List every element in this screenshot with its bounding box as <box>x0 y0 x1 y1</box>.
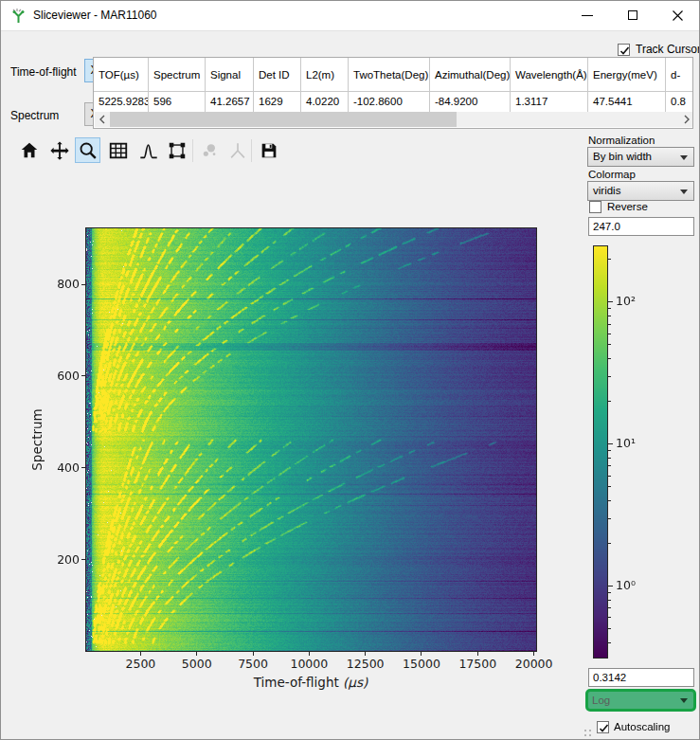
colorbar-minor-tick <box>608 401 611 402</box>
tick-mark <box>253 652 254 656</box>
y-axis-label: Spectrum <box>29 408 45 470</box>
maximize-button[interactable] <box>618 1 650 30</box>
grid-icon <box>108 140 129 161</box>
title-bar[interactable]: Sliceviewer - MAR11060 <box>1 1 699 31</box>
colorbar-minor-tick <box>608 476 611 477</box>
colorbar-minor-tick <box>608 376 611 377</box>
window-title: Sliceviewer - MAR11060 <box>33 1 157 30</box>
colorbar-minor-tick <box>608 324 611 325</box>
close-icon <box>673 10 683 21</box>
colorbar-minor-tick <box>608 316 611 316</box>
tick-label: 20000 <box>506 657 563 671</box>
x-axis-unit: (μs) <box>343 675 368 690</box>
nonorthogonal-view-icon <box>227 140 248 161</box>
home-icon <box>19 140 40 161</box>
scroll-right-arrow-icon[interactable] <box>679 112 693 127</box>
colorbar-frame <box>593 245 608 659</box>
colorbar-minor-tick <box>608 543 611 544</box>
size-grip-icon <box>589 734 591 736</box>
tick-mark <box>477 652 478 656</box>
colorbar-minor-tick <box>608 617 611 618</box>
line-profiles-button[interactable] <box>135 137 161 163</box>
table-header-cell: TOF(µs) <box>94 58 149 92</box>
normalization-combobox[interactable]: By bin width <box>587 147 694 167</box>
track-cursor-label: Track Cursor <box>636 43 700 56</box>
table-cell: 47.5441 <box>588 92 666 112</box>
tick-mark <box>140 652 141 656</box>
zoom-icon <box>78 140 99 161</box>
tick-mark <box>81 284 85 285</box>
maximize-icon <box>628 10 637 20</box>
colorbar-minor-tick <box>608 628 611 629</box>
size-grip-icon <box>584 730 586 731</box>
table-header-cell: Det ID <box>254 58 301 92</box>
table-cell: 596 <box>149 92 206 112</box>
scale-value: Log <box>592 695 610 706</box>
colormap-label: Colormap <box>588 169 636 180</box>
reverse-checkbox[interactable] <box>589 201 601 213</box>
checkmark-icon <box>619 45 631 57</box>
tick-mark <box>81 467 85 468</box>
plot-frame <box>85 227 537 652</box>
overlay-peaks-button <box>196 137 222 163</box>
tick-label: 12500 <box>337 657 394 671</box>
cursor-info-table: TOF(µs)SpectrumSignalDet IDL2(m)TwoTheta… <box>93 57 693 129</box>
tick-mark <box>196 652 197 656</box>
tick-label: 5000 <box>169 657 225 671</box>
minimize-icon <box>582 15 593 16</box>
pan-button[interactable] <box>46 137 72 163</box>
colorbar-minor-tick <box>608 358 611 359</box>
colorbar-minor-tick <box>608 458 611 459</box>
colormap-combobox[interactable]: viridis <box>587 181 694 201</box>
region-of-interest-button[interactable] <box>164 137 189 163</box>
reverse-label: Reverse <box>607 201 648 212</box>
colorbar-tick-label: 10⁰ <box>616 578 636 592</box>
save-icon <box>259 140 279 161</box>
scale-combobox[interactable]: Log <box>585 689 696 712</box>
colorbar-minor-tick <box>608 600 611 601</box>
table-header-cell: Energy(meV) <box>588 58 666 92</box>
checkmark-icon <box>598 722 610 734</box>
minimize-button[interactable] <box>571 1 603 30</box>
grid-button[interactable] <box>105 137 131 163</box>
close-button[interactable] <box>662 1 694 30</box>
scroll-left-arrow-icon[interactable] <box>95 112 109 127</box>
nonorthogonal-view-button <box>224 137 250 163</box>
colorbar-minor-tick <box>608 465 611 466</box>
track-cursor-checkbox[interactable] <box>618 44 630 56</box>
table-cell: 0.8 <box>666 92 693 112</box>
tick-mark <box>421 652 422 656</box>
colorbar-min-input[interactable] <box>588 668 694 687</box>
tick-label: 7500 <box>224 657 281 671</box>
toolbar-separator <box>251 139 252 162</box>
axis-selector-label: Spectrum <box>10 109 59 122</box>
colorbar-minor-tick <box>608 450 611 451</box>
table-cell: 41.2657 <box>206 92 254 112</box>
normalization-label: Normalization <box>588 135 655 146</box>
table-cell: 5225.9283 <box>94 92 149 112</box>
colorbar-tick-label: 10² <box>616 294 636 308</box>
colorbar-minor-tick <box>608 344 611 345</box>
colorbar-max-input[interactable] <box>588 217 694 236</box>
colorbar-minor-tick <box>608 642 611 643</box>
colorbar-minor-tick <box>608 518 611 519</box>
table-header-cell: Spectrum <box>149 58 206 92</box>
tick-label: 2500 <box>112 657 169 671</box>
toolbar-separator <box>192 139 193 162</box>
scrollbar-thumb[interactable] <box>110 112 457 127</box>
autoscaling-checkbox[interactable] <box>597 721 609 733</box>
overlay-peaks-icon <box>199 140 220 161</box>
table-cell: 1.3117 <box>511 92 588 112</box>
colorbar-minor-tick <box>608 607 611 608</box>
colorbar-major-tick <box>608 443 613 444</box>
chevron-down-icon <box>680 190 688 194</box>
region-of-interest-icon <box>167 140 188 161</box>
chevron-down-icon <box>680 698 688 703</box>
zoom-button[interactable] <box>75 137 100 163</box>
home-button[interactable] <box>16 137 42 163</box>
table-horizontal-scrollbar[interactable] <box>95 112 693 127</box>
save-button[interactable] <box>256 137 281 163</box>
table-cell: 4.0220 <box>301 92 349 112</box>
colorbar-major-tick <box>608 301 613 302</box>
colorbar-minor-tick <box>608 592 611 593</box>
